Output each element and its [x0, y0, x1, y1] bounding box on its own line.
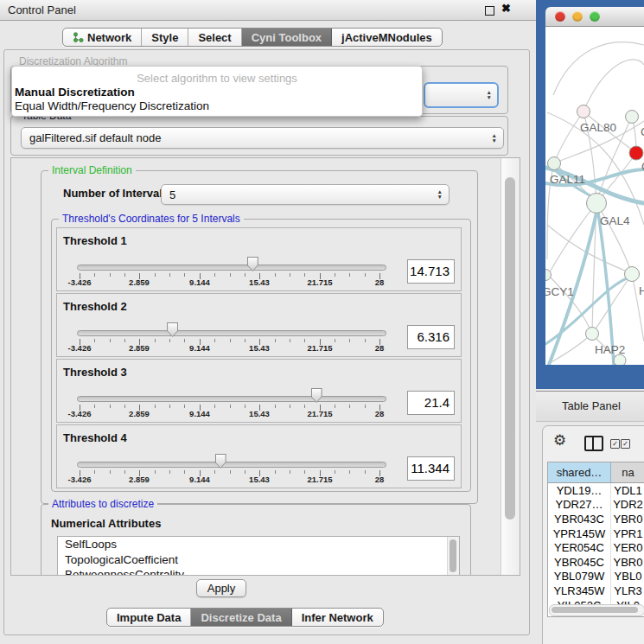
- network-node[interactable]: [587, 194, 607, 214]
- table-data-combo[interactable]: galFiltered.sif default node ▲▼: [21, 127, 504, 149]
- tab-network[interactable]: Network: [63, 29, 142, 46]
- algorithm-combo[interactable]: ▲▼: [424, 82, 499, 108]
- network-node[interactable]: [548, 157, 561, 170]
- table-row[interactable]: YER054CYER0: [548, 540, 644, 555]
- node-label: H: [639, 284, 644, 297]
- network-node[interactable]: [626, 111, 639, 124]
- stepper-arrows-icon: ▲▼: [487, 90, 492, 99]
- thresholds-group-title: Threshold's Coordinates for 5 Intervals: [59, 213, 244, 225]
- threshold-3-box: Threshold 3 -3.426 2.859 9.144 15.43 21.…: [56, 359, 462, 423]
- column-header-name[interactable]: na: [611, 462, 644, 482]
- checkbox-icon[interactable]: ✓: [610, 439, 620, 449]
- panel-title: Control Panel: [8, 3, 76, 16]
- minimize-traffic-light[interactable]: [572, 11, 583, 22]
- attributes-group-title: Attributes to discretize: [48, 498, 157, 510]
- dropdown-option-equal-width[interactable]: Equal Width/Frequency Discretization: [15, 99, 209, 112]
- network-node[interactable]: [614, 354, 626, 365]
- tab-jactivemnodules[interactable]: jActiveMNodules: [332, 29, 442, 46]
- threshold-2-label: Threshold 2: [63, 300, 127, 313]
- settings-scroll-panel: Interval Definition Number of Intervals …: [10, 157, 520, 576]
- threshold-2-box: Threshold 2 -3.426 2.859 9.144 15.43 21.…: [56, 293, 462, 357]
- number-of-intervals-label: Number of Intervals: [63, 187, 169, 200]
- table-horizontal-scrollbar[interactable]: [549, 604, 644, 616]
- tab-select[interactable]: Select: [188, 29, 241, 46]
- node-label: GCY1: [545, 285, 574, 298]
- gear-icon[interactable]: ⚙: [553, 433, 566, 448]
- numerical-attributes-list[interactable]: SelfLoops TopologicalCoefficient Between…: [57, 536, 460, 576]
- threshold-3-slider-track[interactable]: [77, 396, 386, 402]
- columns-icon[interactable]: [584, 436, 603, 451]
- threshold-4-value-field[interactable]: 11.344: [407, 456, 455, 481]
- threshold-2-slider-track[interactable]: [77, 330, 386, 336]
- number-of-intervals-value: 5: [169, 188, 175, 201]
- panel-scrollbar[interactable]: [501, 158, 520, 575]
- table-row[interactable]: YBL079WYBL0: [548, 570, 644, 584]
- top-tab-bar: Network Style Select Cyni Toolbox jActiv…: [62, 28, 443, 47]
- table-data-combo-value: galFiltered.sif default node: [29, 131, 161, 144]
- stepper-arrows-icon: ▲▼: [492, 133, 497, 143]
- node-label: GAL11: [550, 173, 585, 186]
- number-of-intervals-combo[interactable]: 5 ▲▼: [161, 184, 450, 205]
- threshold-4-box: Threshold 4 -3.426 2.859 9.144 15.43 21.…: [56, 424, 462, 488]
- table-row[interactable]: YBR043CYBR0: [548, 512, 644, 526]
- network-graph: GAL80GACGAL11GAL4GCY1HHAP2: [545, 27, 644, 365]
- apply-button[interactable]: Apply: [196, 579, 246, 597]
- threshold-1-label: Threshold 1: [63, 234, 127, 247]
- network-node[interactable]: [577, 105, 590, 118]
- close-icon[interactable]: ✖: [501, 2, 511, 15]
- zoom-traffic-light[interactable]: [590, 11, 600, 22]
- table-row[interactable]: YBR045CYBR0: [548, 555, 644, 570]
- node-table: shared… na YDL19…YDL1YDR27…YDR2YBR043CYB…: [547, 462, 644, 617]
- node-label: GA: [641, 125, 644, 138]
- algorithm-dropdown-popup: Select algorithm to view settings Manual…: [11, 66, 423, 117]
- network-canvas[interactable]: GAL80GACGAL11GAL4GCY1HHAP2: [545, 27, 644, 365]
- tab-discretize-data[interactable]: Discretize Data: [191, 609, 291, 626]
- network-node[interactable]: [629, 146, 643, 160]
- column-header-shared-name[interactable]: shared…: [548, 462, 611, 482]
- threshold-4-label: Threshold 4: [63, 431, 127, 444]
- numerical-attributes-label: Numerical Attributes: [51, 517, 161, 530]
- table-header-row: shared… na: [548, 462, 644, 483]
- close-traffic-light[interactable]: [555, 11, 565, 22]
- dropdown-hint: Select algorithm to view settings: [12, 72, 422, 85]
- threshold-2-value-field[interactable]: 6.316: [407, 325, 455, 349]
- network-node[interactable]: [625, 267, 640, 282]
- node-label: GAL80: [580, 121, 616, 134]
- table-row[interactable]: YDR27…YDR2: [548, 498, 644, 513]
- attributes-group: Attributes to discretize Numerical Attri…: [41, 504, 471, 576]
- list-item[interactable]: BetweennessCentrality: [58, 567, 459, 576]
- list-scrollbar[interactable]: [447, 537, 459, 576]
- bottom-tab-bar: Impute Data Discretize Data Infer Networ…: [106, 608, 384, 627]
- threshold-4-slider-track[interactable]: [77, 462, 386, 468]
- threshold-3-label: Threshold 3: [63, 366, 127, 379]
- network-node[interactable]: [586, 328, 599, 341]
- table-row[interactable]: YPR145WYPR1: [548, 526, 644, 541]
- dropdown-option-manual[interactable]: Manual Discretization: [15, 86, 135, 99]
- tab-style[interactable]: Style: [142, 29, 188, 46]
- tab-network-label: Network: [87, 31, 131, 44]
- node-label: GAL4: [600, 214, 630, 227]
- table-panel-header: Table Panel: [536, 391, 644, 422]
- table-row[interactable]: YDL19…YDL1: [548, 483, 644, 498]
- control-panel-titlebar: Control Panel ✖: [0, 0, 536, 21]
- list-item[interactable]: TopologicalCoefficient: [58, 552, 459, 568]
- threshold-1-value-field[interactable]: 14.713: [407, 259, 455, 284]
- threshold-1-slider-track[interactable]: [77, 265, 386, 271]
- tab-infer-network[interactable]: Infer Network: [292, 609, 383, 626]
- network-window-titlebar[interactable]: [545, 7, 644, 27]
- interval-definition-title: Interval Definition: [48, 164, 136, 176]
- checkbox-icon[interactable]: ✓: [621, 439, 630, 449]
- threshold-1-box: Threshold 1 -3.426 2.859 9.144 15.43 21.…: [56, 227, 462, 291]
- threshold-3-value-field[interactable]: 21.4: [407, 391, 455, 415]
- tab-cyni-toolbox[interactable]: Cyni Toolbox: [242, 29, 332, 46]
- tab-impute-data[interactable]: Impute Data: [107, 609, 191, 626]
- stepper-arrows-icon: ▲▼: [437, 189, 443, 199]
- table-rows: YDL19…YDL1YDR27…YDR2YBR043CYBR0YPR145WYP…: [548, 483, 644, 612]
- list-item[interactable]: SelfLoops: [58, 537, 459, 552]
- panel-scrollbar-thumb[interactable]: [505, 177, 515, 520]
- network-icon: [73, 32, 84, 43]
- table-panel-title: Table Panel: [562, 399, 621, 412]
- float-window-icon[interactable]: [485, 6, 494, 16]
- table-row[interactable]: YLR345WYLR3: [548, 583, 644, 598]
